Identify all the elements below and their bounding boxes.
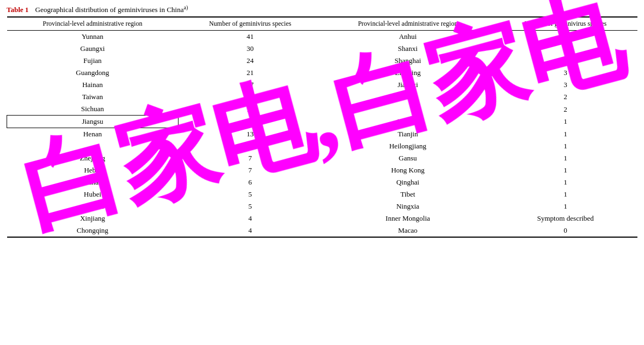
table-cell: Beijing (322, 116, 493, 128)
table-cell: Jilin (322, 91, 493, 103)
table-cell: Macao (322, 225, 493, 237)
table-cell: Taiwan (7, 91, 179, 103)
table-cell: 5 (178, 200, 322, 212)
table-row: Gaungxi30Shanxi3 (7, 43, 638, 55)
table-row: Jiangsu13Beijing1 (7, 116, 638, 128)
table-row: Fujian24Shanghai3 (7, 55, 638, 67)
table-cell: 17 (178, 91, 322, 103)
table-cell: 7 (178, 152, 322, 164)
table-cell: 14 (178, 103, 322, 116)
table-cell: 13 (178, 116, 322, 128)
table-cell: Hunan (7, 176, 179, 188)
table-cell: 3 (493, 43, 637, 55)
table-cell: Qinghai (322, 176, 493, 188)
table-cell: 30 (178, 43, 322, 55)
table-cell: Inner Mongolia (322, 212, 493, 225)
table-cell: 2 (493, 91, 637, 103)
table-cell: 41 (178, 31, 322, 43)
table-cell: 3 (493, 55, 637, 67)
table-caption: Geographical distribution of geminivirus… (35, 4, 188, 14)
table-cell: Zhejiang (7, 152, 179, 164)
table-cell (322, 103, 493, 116)
table-body: Yunnan41Anhui3Gaungxi30Shanxi3Fujian24Sh… (7, 31, 638, 238)
table-cell: 1 (493, 116, 637, 128)
table-row: Hebei7Hong Kong1 (7, 164, 638, 176)
table-cell: 1 (493, 152, 637, 164)
table-cell: Jiangsu (7, 116, 179, 128)
table-cell: Tibet (322, 188, 493, 200)
table-cell: 24 (178, 55, 322, 67)
table-cell: 3 (493, 67, 637, 79)
table-cell: Shaanxi (7, 200, 179, 212)
table-cell: Hainan (7, 79, 179, 91)
header-row: Provincial-level administrative region N… (7, 17, 638, 31)
table-row: Zhejiang7Gansu1 (7, 152, 638, 164)
table-cell: 5 (178, 188, 322, 200)
table-row: Guangdong21Liaoning3 (7, 67, 638, 79)
table-row: 8Heilongjiang1 (7, 140, 638, 152)
table-cell: 0 (493, 225, 637, 237)
table-cell: 1 (493, 188, 637, 200)
col-header-1: Provincial-level administrative region (7, 17, 179, 31)
table-cell: Heilongjiang (322, 140, 493, 152)
table-cell: Sichuan (7, 103, 179, 116)
table-cell: Shanxi (322, 43, 493, 55)
table-cell: 8 (178, 140, 322, 152)
table-row: Xinjiang4Inner MongoliaSymptom described (7, 212, 638, 225)
table-cell: 4 (178, 225, 322, 237)
table-cell: Anhui (322, 31, 493, 43)
table-cell: 1 (493, 200, 637, 212)
table-cell: Hubei (7, 188, 179, 200)
table-cell: 1 (493, 128, 637, 141)
table-cell: 13 (178, 128, 322, 141)
table-cell: Henan (7, 128, 179, 141)
table-cell: Ningxia (322, 200, 493, 212)
col-header-2: Number of geminivirus species (178, 17, 322, 31)
table-row: Taiwan17Jilin2 (7, 91, 638, 103)
table-row: Shaanxi5Ningxia1 (7, 200, 638, 212)
table-cell: Chongqing (7, 225, 179, 237)
table-row: Hunan6Qinghai1 (7, 176, 638, 188)
table-cell: Fujian (7, 55, 179, 67)
table-cell: 1 (493, 140, 637, 152)
table-cell: 2 (493, 103, 637, 116)
table-cell: 1 (493, 164, 637, 176)
table-cell: 3 (493, 31, 637, 43)
table-cell (7, 140, 179, 152)
table-cell: 6 (178, 176, 322, 188)
table-row: Henan13Tianjin1 (7, 128, 638, 141)
table-cell: Guangdong (7, 67, 179, 79)
table-cell: Xinjiang (7, 212, 179, 225)
table-cell: Hebei (7, 164, 179, 176)
table-cell: Jiangxi (322, 79, 493, 91)
table-row: Hainan17Jiangxi3 (7, 79, 638, 91)
table-cell: Tianjin (322, 128, 493, 141)
table-row: Sichuan142 (7, 103, 638, 116)
table-label: Table 1 (7, 5, 28, 14)
col-header-4: Number of geminivirus species (493, 17, 637, 31)
table-cell: Yunnan (7, 31, 179, 43)
table-title-row: Table 1 Geographical distribution of gem… (7, 4, 637, 14)
table-cell: 3 (493, 79, 637, 91)
data-table: Provincial-level administrative region N… (7, 16, 637, 238)
table-cell: Symptom described (493, 212, 637, 225)
table-cell: 21 (178, 67, 322, 79)
table-cell: Gaungxi (7, 43, 179, 55)
table-row: Chongqing4Macao0 (7, 225, 638, 237)
table-header: Provincial-level administrative region N… (7, 17, 638, 31)
table-cell: 1 (493, 176, 637, 188)
table-cell: Gansu (322, 152, 493, 164)
table-cell: 17 (178, 79, 322, 91)
table-cell: 4 (178, 212, 322, 225)
table-cell: Shanghai (322, 55, 493, 67)
table-row: Hubei5Tibet1 (7, 188, 638, 200)
table-row: Yunnan41Anhui3 (7, 31, 638, 43)
col-header-3: Provincial-level administrative region (322, 17, 493, 31)
table-cell: 7 (178, 164, 322, 176)
table-cell: Liaoning (322, 67, 493, 79)
table-cell: Hong Kong (322, 164, 493, 176)
